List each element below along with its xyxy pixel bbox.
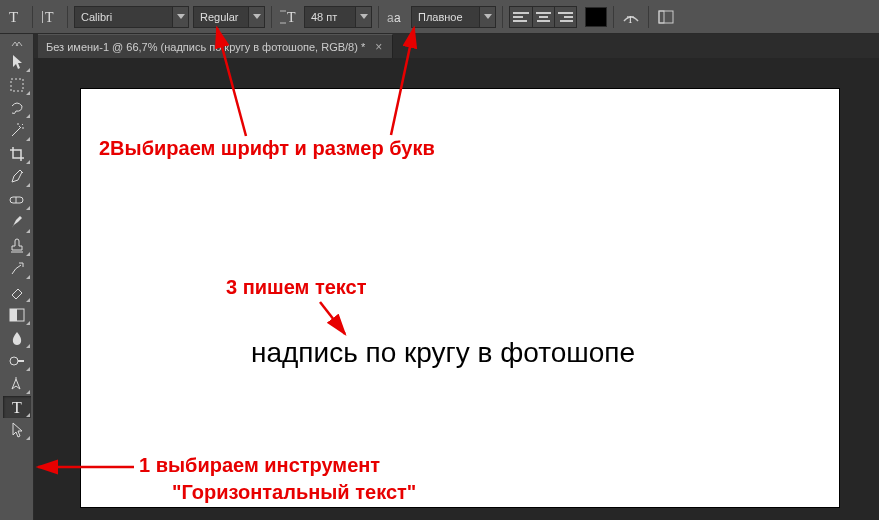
- svg-point-16: [10, 357, 18, 365]
- svg-text:T: T: [627, 13, 634, 25]
- svg-rect-11: [11, 79, 23, 91]
- chevron-down-icon: [479, 7, 495, 27]
- align-right-button[interactable]: [554, 7, 576, 27]
- lasso-tool[interactable]: [3, 97, 31, 119]
- text-orientation-icon[interactable]: T: [39, 6, 61, 28]
- type-tool[interactable]: T: [3, 396, 31, 418]
- annotation-step3: 3 пишем текст: [226, 276, 367, 299]
- separator: [271, 6, 272, 28]
- workspace: [34, 58, 879, 520]
- eraser-tool[interactable]: [3, 281, 31, 303]
- separator: [502, 6, 503, 28]
- font-style-combo[interactable]: Regular: [193, 6, 265, 28]
- font-size-value: 48 пт: [305, 11, 343, 23]
- path-selection-tool[interactable]: [3, 419, 31, 441]
- separator: [32, 6, 33, 28]
- document-tab[interactable]: Без имени-1 @ 66,7% (надпись по кругу в …: [38, 34, 393, 58]
- toolbar-expand-icon[interactable]: [0, 38, 34, 50]
- svg-text:a: a: [387, 11, 394, 24]
- antialias-icon: aa: [385, 6, 407, 28]
- document-tab-strip: Без имени-1 @ 66,7% (надпись по кругу в …: [38, 34, 393, 58]
- marquee-tool[interactable]: [3, 74, 31, 96]
- align-center-button[interactable]: [532, 7, 554, 27]
- align-left-button[interactable]: [510, 7, 532, 27]
- tools-panel: T: [0, 34, 34, 520]
- font-style-value: Regular: [194, 11, 245, 23]
- svg-rect-15: [10, 309, 17, 321]
- chevron-down-icon: [248, 7, 264, 27]
- crop-tool[interactable]: [3, 143, 31, 165]
- annotation-step1-line2: "Горизонтальный текст": [172, 481, 416, 504]
- warp-text-icon[interactable]: T: [620, 6, 642, 28]
- annotation-step2: 2Выбираем шрифт и размер букв: [99, 137, 435, 160]
- annotation-step1-line1: 1 выбираем инструмент: [139, 454, 380, 477]
- chevron-down-icon: [355, 7, 371, 27]
- antialias-combo[interactable]: Плавное: [411, 6, 496, 28]
- svg-text:T: T: [12, 399, 22, 415]
- separator: [613, 6, 614, 28]
- eyedropper-tool[interactable]: [3, 166, 31, 188]
- healing-brush-tool[interactable]: [3, 189, 31, 211]
- document-tab-title: Без имени-1 @ 66,7% (надпись по кругу в …: [46, 41, 365, 53]
- brush-tool[interactable]: [3, 212, 31, 234]
- svg-text:T: T: [45, 10, 54, 25]
- dodge-tool[interactable]: [3, 350, 31, 372]
- font-size-combo[interactable]: 48 пт: [304, 6, 372, 28]
- svg-rect-1: [42, 11, 43, 23]
- svg-text:T: T: [9, 9, 18, 25]
- text-align-group: [509, 6, 577, 28]
- svg-text:a: a: [394, 11, 401, 24]
- antialias-value: Плавное: [412, 11, 469, 23]
- gradient-tool[interactable]: [3, 304, 31, 326]
- pen-tool[interactable]: [3, 373, 31, 395]
- panels-icon[interactable]: [655, 6, 677, 28]
- font-size-icon: T: [278, 6, 300, 28]
- blur-tool[interactable]: [3, 327, 31, 349]
- move-tool[interactable]: [3, 51, 31, 73]
- separator: [67, 6, 68, 28]
- chevron-down-icon: [172, 7, 188, 27]
- separator: [648, 6, 649, 28]
- history-brush-tool[interactable]: [3, 258, 31, 280]
- font-family-combo[interactable]: Calibri: [74, 6, 189, 28]
- svg-rect-9: [659, 11, 673, 23]
- separator: [378, 6, 379, 28]
- svg-rect-10: [659, 11, 664, 23]
- magic-wand-tool[interactable]: [3, 120, 31, 142]
- tool-preset-icon[interactable]: T: [4, 6, 26, 28]
- options-bar: T T Calibri Regular T 48 пт aa Плавное: [0, 0, 879, 34]
- close-icon[interactable]: ×: [373, 40, 384, 54]
- stamp-tool[interactable]: [3, 235, 31, 257]
- canvas-text: надпись по кругу в фотошопе: [251, 337, 635, 369]
- text-color-swatch[interactable]: [585, 7, 607, 27]
- font-family-value: Calibri: [75, 11, 118, 23]
- svg-text:T: T: [287, 10, 296, 25]
